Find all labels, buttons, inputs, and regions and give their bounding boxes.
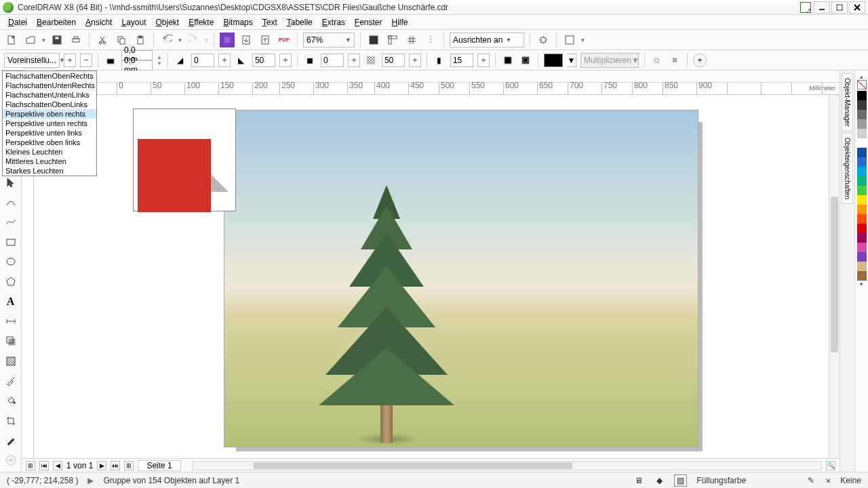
save-button[interactable] xyxy=(50,33,64,47)
color-swatch[interactable] xyxy=(857,148,867,157)
horizontal-scrollbar[interactable] xyxy=(192,461,822,470)
color-swatch[interactable] xyxy=(857,205,867,214)
menu-effekte[interactable]: Effekte xyxy=(184,16,218,28)
open-button[interactable] xyxy=(23,33,38,47)
tree-object[interactable] xyxy=(315,185,458,447)
color-swatch[interactable] xyxy=(857,224,867,233)
page-add-after-button[interactable]: ⊞ xyxy=(124,461,134,470)
show-rulers-button[interactable] xyxy=(385,33,400,47)
feather-edge-button[interactable] xyxy=(519,54,532,67)
cut-button[interactable] xyxy=(95,33,110,47)
color-swatch[interactable] xyxy=(857,129,867,138)
menu-bitmaps[interactable]: Bitmaps xyxy=(219,16,256,28)
feather-field[interactable]: 15 xyxy=(450,54,473,67)
color-swatch[interactable] xyxy=(857,100,867,110)
preset-add-button[interactable]: + xyxy=(64,54,76,67)
outline-pen-status-icon[interactable]: ✎ xyxy=(806,475,816,486)
menu-datei[interactable]: Datei xyxy=(4,16,31,28)
angle-field[interactable]: 0 xyxy=(191,54,214,67)
fill-swatch-indicator[interactable]: ▨ xyxy=(674,474,687,487)
stretch-field[interactable]: 50 xyxy=(252,54,275,67)
minimize-button[interactable] xyxy=(814,1,830,14)
polygon-tool[interactable] xyxy=(3,274,19,289)
drawing-canvas[interactable] xyxy=(34,95,829,458)
shadow-color-dropdown[interactable]: ▼ xyxy=(567,54,576,67)
export-button[interactable] xyxy=(258,33,273,47)
context-help-icon[interactable] xyxy=(800,2,811,13)
rectangle-tool[interactable] xyxy=(3,235,19,249)
page-last-button[interactable]: ⏭ xyxy=(111,461,120,470)
feather-direction-button[interactable] xyxy=(501,54,515,67)
publish-pdf-button[interactable]: PDF xyxy=(277,33,292,47)
red-square-object[interactable] xyxy=(133,108,236,211)
text-tool[interactable]: A xyxy=(3,294,19,308)
preset-option[interactable]: Perspektive unten links xyxy=(3,128,96,138)
y-offset-field[interactable]: 0,0 mm xyxy=(121,60,153,70)
color-swatch[interactable] xyxy=(857,167,867,176)
preset-option[interactable]: FlachschattenUntenLinks xyxy=(3,90,96,100)
preset-option[interactable]: Perspektive oben rechts xyxy=(3,109,96,119)
page-first-button[interactable]: ⏮ xyxy=(39,461,49,470)
maximize-button[interactable] xyxy=(831,1,848,14)
clear-shadow-button[interactable]: ✖ xyxy=(668,54,682,67)
color-swatch[interactable] xyxy=(857,214,867,224)
page-add-button[interactable]: ⊞ xyxy=(26,461,35,470)
page-tab[interactable]: Seite 1 xyxy=(138,460,180,471)
angle-spinner[interactable]: + xyxy=(218,54,231,67)
navigator-button[interactable]: 🔍 xyxy=(826,461,835,470)
color-swatch[interactable] xyxy=(857,252,867,262)
menu-extras[interactable]: Extras xyxy=(318,16,349,28)
menu-fenster[interactable]: Fenster xyxy=(351,16,387,28)
feather-spinner[interactable]: + xyxy=(477,54,490,67)
fade-field[interactable]: 0 xyxy=(321,54,344,67)
color-swatch[interactable] xyxy=(857,243,867,252)
menu-ansicht[interactable]: Ansicht xyxy=(81,16,116,28)
fade-spinner[interactable]: + xyxy=(348,54,360,67)
import-button[interactable] xyxy=(239,33,254,47)
color-swatch[interactable] xyxy=(857,110,867,119)
color-swatch[interactable] xyxy=(857,271,867,281)
color-swatch[interactable] xyxy=(857,91,867,100)
page-next-button[interactable]: ▶ xyxy=(97,461,106,470)
shape-tool[interactable] xyxy=(3,195,19,209)
horizontal-ruler[interactable]: Millimeter050100150200250300350400450500… xyxy=(22,83,840,95)
show-guidelines-button[interactable] xyxy=(423,33,438,47)
color-swatch[interactable] xyxy=(857,195,867,205)
fill-indicator-icon[interactable]: ◆ xyxy=(654,475,665,486)
opacity-spinner[interactable]: + xyxy=(409,54,421,67)
snap-to-combo[interactable]: Ausrichten an▼ xyxy=(450,33,524,47)
close-button[interactable] xyxy=(849,1,865,14)
merge-mode-combo[interactable]: Multiplizieren▼ xyxy=(580,53,639,68)
options-button[interactable] xyxy=(536,33,551,47)
launch-options-button[interactable] xyxy=(562,33,577,47)
preset-remove-button[interactable]: − xyxy=(80,54,92,67)
color-proof-icon[interactable]: 🖥 xyxy=(633,475,644,486)
color-swatch[interactable] xyxy=(857,176,867,186)
search-content-button[interactable] xyxy=(220,33,235,47)
menu-objekt[interactable]: Objekt xyxy=(152,16,184,28)
color-swatch[interactable] xyxy=(857,157,867,167)
preset-option[interactable]: Perspektive oben links xyxy=(3,138,96,147)
preset-dropdown-list[interactable]: FlachschattenObenRechtsFlachschattenUnte… xyxy=(2,70,97,176)
shadow-color-swatch[interactable] xyxy=(544,54,563,67)
drop-shadow-tool[interactable] xyxy=(3,334,19,348)
preset-option[interactable]: FlachschattenUntenRechts xyxy=(3,81,96,90)
dimension-tool[interactable] xyxy=(3,314,19,328)
color-swatch[interactable] xyxy=(857,262,867,271)
preset-option[interactable]: FlachschattenObenLinks xyxy=(3,100,96,109)
color-swatch[interactable] xyxy=(857,119,867,129)
fullscreen-preview-button[interactable] xyxy=(366,33,381,47)
color-palette[interactable]: ▴ ▾ xyxy=(854,70,868,472)
print-button[interactable] xyxy=(68,33,83,47)
palette-scroll-down[interactable]: ▾ xyxy=(860,281,863,287)
add-preset-button[interactable]: + xyxy=(693,54,707,67)
crop-tool[interactable] xyxy=(3,413,19,428)
preset-combo[interactable]: Voreinstellu...▼ xyxy=(4,53,60,68)
pick-tool[interactable] xyxy=(3,175,19,189)
preset-option[interactable]: FlachschattenObenRechts xyxy=(3,71,96,81)
vertical-scrollbar[interactable] xyxy=(829,95,840,458)
preset-option[interactable]: Perspektive unten rechts xyxy=(3,119,96,128)
preset-option[interactable]: Mittleres Leuchten xyxy=(3,157,96,166)
redo-button[interactable] xyxy=(186,33,201,47)
menu-text[interactable]: Text xyxy=(258,16,281,28)
